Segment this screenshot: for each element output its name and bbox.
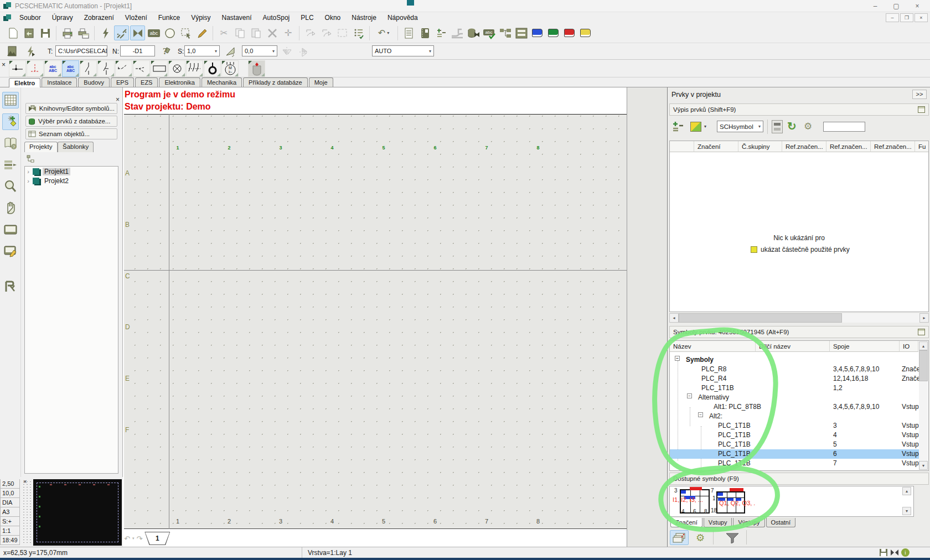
symbol-import-icon[interactable] [6,45,19,60]
redraw-icon[interactable] [2,278,19,295]
card-reader-icon[interactable] [772,120,783,133]
drawing-page[interactable] [124,114,627,529]
draw-lines-mode-icon[interactable] [114,25,129,40]
next-page-icon[interactable]: ↷ [136,535,142,543]
tab-mechanika[interactable]: Mechanika [202,77,242,87]
text-mode-icon[interactable]: abc [146,25,161,40]
pen-icon[interactable] [194,25,209,40]
refresh-icon[interactable]: ↻ [787,120,797,133]
scale-combo[interactable]: 1,0▾ [184,45,220,56]
pick-lamp-symbol[interactable] [168,60,185,77]
window-layout-icon[interactable] [918,329,925,335]
tab-sablonky[interactable]: Šablonky [58,142,94,152]
panel-expand-button[interactable]: >> [912,90,927,99]
open-document-icon[interactable] [22,25,37,40]
zoom-icon[interactable] [2,178,19,195]
tree-row[interactable]: PLC_R8 3,4,5,6,7,8,9,10 Znače [670,365,919,374]
collapse-icon[interactable]: − [687,393,692,398]
type-filter-combo[interactable]: SCHsymbol▾ [717,121,763,132]
scroll-down-icon[interactable]: ▾ [902,507,911,515]
settings-button[interactable]: ⚙ [692,530,709,545]
libraries-button[interactable]: Knihovny/Editor symbolů... [25,103,117,114]
pick-contact-symbol[interactable] [97,60,115,77]
tree-row[interactable]: PLC_1T1B 7 Vstup [670,459,919,468]
col-c-skupiny[interactable]: Č.skupiny [738,141,782,152]
book-green-icon[interactable] [546,25,561,40]
tree-row[interactable]: Alt1: PLC_8T8B 3,4,5,6,7,8,9,10 Vstup [670,402,919,412]
grid-icon[interactable] [2,92,19,108]
pick-earth-symbol[interactable] [204,60,221,77]
tab-elektronika[interactable]: Elektronika [159,77,200,87]
pick-limit-switch-symbol[interactable] [115,60,132,77]
partial-used-label[interactable]: ukázat částečně použité prvky [761,246,850,253]
scroll-up-icon[interactable]: ▴ [919,341,928,350]
scroll-left-icon[interactable]: ◂ [669,313,679,323]
tab-instalace[interactable]: Instalace [42,77,77,87]
mdi-close-icon[interactable]: × [914,13,928,22]
project-tree-icon[interactable] [27,155,34,164]
object-list-button[interactable]: Seznam objektů... [25,128,117,139]
pick-dashed-line-symbol[interactable] [27,60,44,77]
parts-book-icon[interactable] [417,25,432,40]
show-all-symbols-button[interactable] [670,530,689,545]
list-select-icon[interactable] [2,157,19,173]
pick-wire-symbol[interactable] [9,60,26,77]
symbols-header-bar[interactable]: Symboly prvku: 4025515071945 (Alt+F9) [669,326,929,338]
net-navigator-icon[interactable] [498,25,513,40]
col-ref-znaceni-3[interactable]: Ref.značen... [871,141,915,152]
book-red-icon[interactable] [562,25,577,40]
pick-coil-symbol[interactable] [151,60,168,77]
col-ref-znaceni-1[interactable]: Ref.značen... [782,141,826,152]
menu-upravy[interactable]: Úpravy [46,13,79,23]
tab-budovy[interactable]: Budovy [78,77,110,87]
info-icon[interactable]: i [901,548,910,557]
menu-okno[interactable]: Okno [319,13,347,23]
symbol-flash-icon[interactable] [24,45,38,60]
preview-page[interactable] [33,479,122,546]
tab-priklady-z-databaze[interactable]: Příklady z databáze [243,77,308,87]
col-funkce[interactable]: Fu [915,141,928,152]
chevron-right-icon[interactable]: › [25,178,32,184]
chevron-down-icon[interactable]: ▾ [270,49,275,54]
tab-eps[interactable]: EPS [111,77,134,87]
tab-projekty[interactable]: Projekty [24,142,58,152]
save-icon[interactable] [38,25,53,40]
mdi-minimize-icon[interactable]: – [886,13,899,22]
menu-napoveda[interactable]: Nápověda [382,13,423,23]
pick-switch-symbol[interactable] [80,60,97,77]
object-list-icon[interactable] [351,25,366,40]
page-dropdown-icon[interactable]: ▾ [132,536,135,541]
name-field[interactable]: -D1 [120,45,155,56]
col-spoje[interactable]: Spoje [830,341,900,352]
pan-hand-icon[interactable] [2,200,19,216]
new-symbol-icon[interactable]: ✳ [2,113,19,130]
page-view-icon[interactable] [2,221,19,238]
scroll-right-icon[interactable]: ▸ [919,313,929,323]
query-pen-icon[interactable]: ? [159,45,173,60]
spellcheck-icon[interactable]: abc [482,25,497,40]
col-nazev[interactable]: Název [670,341,756,352]
search-input[interactable] [823,122,865,132]
col-znaceni[interactable]: Značení [694,141,738,152]
add-remove-icon[interactable] [433,25,448,40]
tree-row-alt2[interactable]: − Alt2: [670,412,919,421]
tree-row[interactable]: PLC_1T1B 1,2 [670,383,919,393]
menu-vlozeni[interactable]: Vložení [120,13,153,23]
project-item[interactable]: › Projekt2 [25,176,118,185]
menu-soubor[interactable]: Soubor [14,13,46,23]
add-remove-list-icon[interactable] [671,121,685,136]
menu-autospoj[interactable]: AutoSpoj [257,13,296,23]
menu-zobrazeni[interactable]: Zobrazení [79,13,120,23]
close-icon[interactable]: × [907,0,928,12]
tab-vystupy[interactable]: Výstupy [733,518,764,527]
print-copies-icon[interactable] [76,25,91,40]
layers-list-icon[interactable] [514,25,529,40]
chevron-right-icon[interactable]: › [25,168,32,175]
angle-combo[interactable]: 0,0▾ [242,45,277,56]
tab-moje[interactable]: Moje [309,77,333,87]
pick-text-symbol[interactable]: abcABC [44,60,61,77]
project-item[interactable]: › Projekt1 [25,167,118,176]
maximize-icon[interactable]: ▢ [886,0,907,12]
book-yellow-icon[interactable] [578,25,593,40]
menu-nastaveni[interactable]: Nastavení [216,13,257,23]
